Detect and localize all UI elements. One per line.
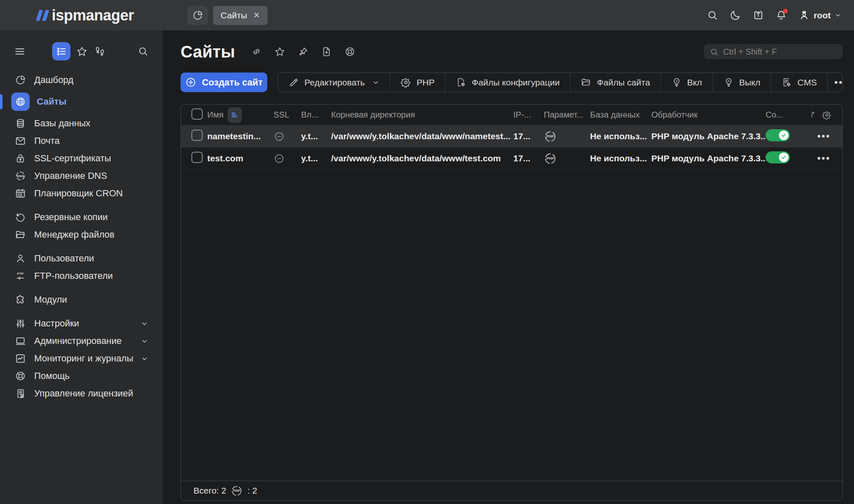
row-menu-button[interactable]: ••• [817, 153, 831, 164]
enabled-toggle[interactable] [766, 129, 790, 141]
cms-button[interactable]: CMS [771, 73, 828, 92]
copy-link-button[interactable] [251, 46, 262, 57]
edit-button[interactable]: Редактировать [278, 73, 390, 92]
sidebar-item-backups[interactable]: Резервные копии [0, 208, 163, 226]
column-root-dir[interactable]: Корневая директория [331, 110, 513, 120]
row-checkbox[interactable] [191, 130, 203, 141]
sidebar-item-admin[interactable]: Администрирование [0, 332, 163, 350]
tab-sites[interactable]: Сайты ✕ [213, 6, 267, 25]
menu-item-label: Управление DNS [34, 171, 107, 181]
pin-button[interactable] [298, 46, 309, 57]
open-tabs: Сайты ✕ [187, 6, 267, 25]
puzzle-icon [15, 294, 26, 305]
row-checkbox[interactable] [191, 152, 203, 163]
search-icon [707, 10, 718, 21]
sidebar-item-ftp-users[interactable]: FTP-пользователи [0, 267, 163, 285]
site-row[interactable]: nametestin... y.t... /var/www/y.tolkache… [181, 125, 842, 148]
check-icon [781, 133, 786, 138]
sidebar-item-modules[interactable]: Модули [0, 291, 163, 308]
logo-slash-icon [36, 10, 43, 21]
user-menu-button[interactable]: root [799, 10, 841, 21]
theme-toggle-button[interactable] [730, 10, 741, 21]
chevron-down-icon [141, 320, 148, 328]
sidebar-item-dashboard[interactable]: Дашборд [0, 71, 163, 89]
table-settings-button[interactable] [822, 110, 831, 120]
menu-item-label: Планировщик CRON [34, 188, 123, 199]
menu-item-label: Базы данных [34, 118, 90, 129]
global-search-button[interactable] [707, 10, 718, 21]
row-menu-button[interactable]: ••• [817, 131, 831, 142]
globe-icon [11, 93, 30, 111]
site-row[interactable]: test.com y.t... /var/www/y.tolkachev/dat… [181, 148, 842, 170]
pie-chart-icon [192, 10, 203, 21]
more-actions-button[interactable]: ••• [828, 73, 843, 92]
site-ip: 17... [513, 131, 544, 141]
download-report-button[interactable] [321, 46, 332, 57]
lightbulb-icon [723, 77, 734, 88]
column-db[interactable]: База данных [590, 110, 651, 120]
monitor-icon [15, 336, 26, 346]
sort-button[interactable] [228, 107, 242, 123]
sidebar-item-help[interactable]: Помощь [0, 367, 163, 385]
sidebar-item-files[interactable]: Менеджер файлов [0, 226, 163, 243]
favorites-menu-button[interactable] [76, 46, 88, 57]
favorite-button[interactable] [274, 46, 285, 57]
sidebar-item-databases[interactable]: Базы данных [0, 115, 163, 132]
sidebar-item-users[interactable]: Пользователи [0, 250, 163, 267]
help-button[interactable] [344, 46, 355, 57]
menu-search-button[interactable] [138, 46, 148, 57]
menu-item-label: Администрирование [34, 336, 122, 346]
export-button[interactable] [753, 10, 764, 21]
column-status[interactable]: Со... [766, 110, 811, 120]
chevron-down-icon [141, 355, 148, 363]
export-icon [753, 10, 764, 21]
column-handler[interactable]: Обработчик [651, 110, 766, 120]
restore-icon [15, 212, 26, 223]
search-box[interactable] [704, 44, 843, 59]
sidebar-item-ssl[interactable]: SSL-сертификаты [0, 150, 163, 167]
sidebar-item-monitoring[interactable]: Мониторинг и журналы [0, 350, 163, 367]
onboarding-button[interactable] [94, 46, 105, 57]
hamburger-icon [14, 46, 25, 57]
config-files-button[interactable]: Файлы конфигурации [445, 73, 570, 92]
sidebar-item-mail[interactable]: Почта [0, 132, 163, 150]
file-download-icon [321, 46, 332, 57]
site-files-button[interactable]: Файлы сайта [570, 73, 661, 92]
file-gear-icon [456, 77, 466, 88]
column-params[interactable]: Парамет... [544, 110, 590, 120]
site-name[interactable]: nametestin... [207, 131, 274, 141]
column-ip[interactable]: IP-... [513, 110, 544, 120]
sidebar-collapse-button[interactable] [14, 46, 25, 57]
notifications-button[interactable] [776, 10, 787, 21]
dashboard-tab-button[interactable] [187, 6, 208, 25]
sidebar-item-sites[interactable]: Сайты [0, 90, 163, 114]
close-icon[interactable]: ✕ [254, 10, 260, 20]
filter-button[interactable] [811, 110, 816, 120]
create-site-button[interactable]: Создать сайт [181, 73, 267, 92]
select-all-checkbox[interactable] [191, 108, 203, 120]
php-icon [544, 152, 557, 165]
column-name[interactable]: Имя [207, 110, 224, 120]
column-ssl[interactable]: SSL [274, 110, 301, 120]
menu-view-button[interactable] [52, 42, 70, 60]
lifebuoy-icon [15, 371, 26, 381]
menu-item-label: Менеджер файлов [34, 229, 114, 240]
search-input[interactable] [723, 47, 838, 57]
menu-item-label: Почта [34, 135, 60, 146]
sidebar-item-license[interactable]: Управление лицензией [0, 385, 163, 402]
sidebar: Дашборд Сайты Базы данных Почта SSL-серт… [0, 30, 163, 504]
enabled-toggle[interactable] [766, 151, 790, 163]
sidebar-item-cron[interactable]: Планировщик CRON [0, 185, 163, 202]
column-owner[interactable]: Вл... [301, 110, 331, 120]
sidebar-item-dns[interactable]: Управление DNS [0, 167, 163, 185]
disable-button[interactable]: Выкл [713, 73, 771, 92]
php-button[interactable]: PHP [390, 73, 445, 92]
enable-button[interactable]: Вкл [661, 73, 713, 92]
site-owner: y.t... [301, 131, 331, 141]
site-name[interactable]: test.com [207, 153, 274, 163]
sidebar-item-settings[interactable]: Настройки [0, 315, 163, 332]
user-icon [15, 253, 26, 264]
menu-item-label: Помощь [34, 371, 70, 381]
mail-icon [15, 135, 26, 146]
menu-item-label: Модули [34, 294, 67, 305]
